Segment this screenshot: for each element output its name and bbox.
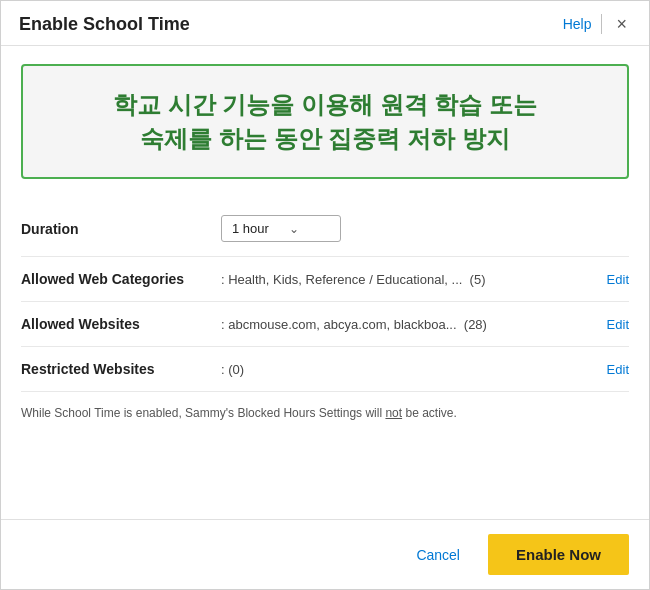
dialog-header: Enable School Time Help × xyxy=(1,1,649,46)
dialog-body: 학교 시간 기능을 이용해 원격 학습 또는숙제를 하는 동안 집중력 저하 방… xyxy=(1,46,649,519)
restricted-websites-edit-link[interactable]: Edit xyxy=(607,362,629,377)
allowed-websites-label: Allowed Websites xyxy=(21,316,221,332)
allowed-websites-count: (28) xyxy=(464,317,487,332)
chevron-down-icon: ⌄ xyxy=(289,222,299,236)
banner: 학교 시간 기능을 이용해 원격 학습 또는숙제를 하는 동안 집중력 저하 방… xyxy=(21,64,629,179)
close-button[interactable]: × xyxy=(612,13,631,35)
allowed-websites-edit-link[interactable]: Edit xyxy=(607,317,629,332)
allowed-categories-edit-link[interactable]: Edit xyxy=(607,272,629,287)
cancel-button[interactable]: Cancel xyxy=(400,537,476,573)
dialog-title: Enable School Time xyxy=(19,14,190,35)
header-divider xyxy=(601,14,602,34)
enable-school-time-dialog: Enable School Time Help × 학교 시간 기능을 이용해 … xyxy=(0,0,650,590)
allowed-websites-value: : abcmouse.com, abcya.com, blackboa... (… xyxy=(221,317,607,332)
restricted-websites-value: : (0) xyxy=(221,362,607,377)
enable-now-button[interactable]: Enable Now xyxy=(488,534,629,575)
banner-text: 학교 시간 기능을 이용해 원격 학습 또는숙제를 하는 동안 집중력 저하 방… xyxy=(43,88,607,155)
header-actions: Help × xyxy=(563,13,631,35)
allowed-websites-row: Allowed Websites : abcmouse.com, abcya.c… xyxy=(21,302,629,347)
restricted-websites-label: Restricted Websites xyxy=(21,361,221,377)
restricted-websites-row: Restricted Websites : (0) Edit xyxy=(21,347,629,392)
allowed-categories-label: Allowed Web Categories xyxy=(21,271,221,287)
allowed-categories-value: : Health, Kids, Reference / Educational,… xyxy=(221,272,607,287)
allowed-categories-count: (5) xyxy=(470,272,486,287)
duration-row: Duration 1 hour ⌄ xyxy=(21,201,629,257)
help-link[interactable]: Help xyxy=(563,16,592,32)
not-word: not xyxy=(385,406,402,420)
dialog-footer: Cancel Enable Now xyxy=(1,519,649,589)
duration-dropdown[interactable]: 1 hour ⌄ xyxy=(221,215,341,242)
duration-label: Duration xyxy=(21,221,221,237)
duration-value: 1 hour xyxy=(232,221,269,236)
allowed-categories-row: Allowed Web Categories : Health, Kids, R… xyxy=(21,257,629,302)
notice-text: While School Time is enabled, Sammy's Bl… xyxy=(21,392,629,422)
